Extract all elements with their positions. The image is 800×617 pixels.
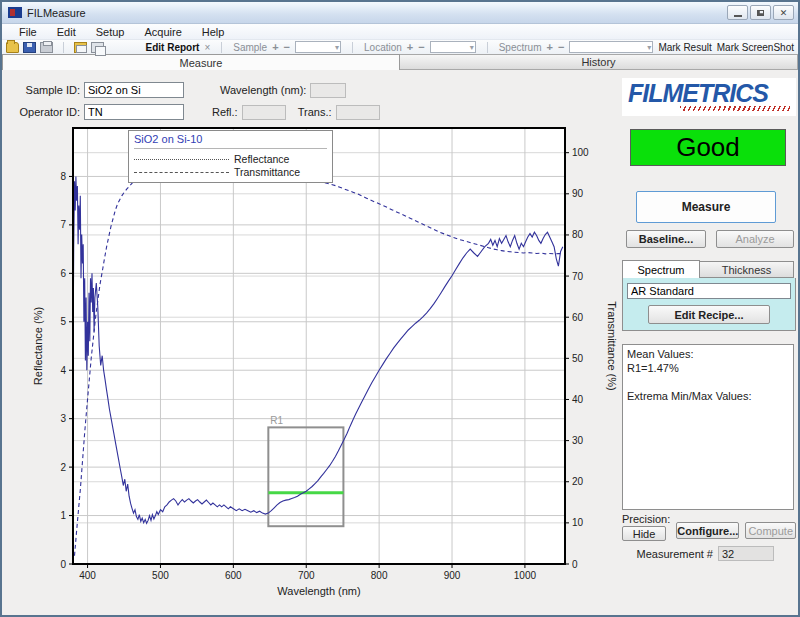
spectrum-add-button[interactable]: + [547, 41, 553, 53]
svg-text:1: 1 [60, 510, 66, 521]
menu-setup[interactable]: Setup [87, 25, 134, 39]
tab-history[interactable]: History [400, 54, 798, 70]
toolbar-separator [487, 42, 488, 53]
svg-text:70: 70 [572, 271, 584, 282]
edit-report-close-icon[interactable]: × [204, 42, 210, 53]
minimize-icon [734, 15, 742, 17]
menu-bar: File Edit Setup Acquire Help [2, 24, 798, 40]
svg-text:60: 60 [572, 312, 584, 323]
minimize-button[interactable] [727, 5, 748, 20]
svg-text:900: 900 [444, 570, 461, 581]
svg-text:1000: 1000 [514, 570, 537, 581]
svg-text:7: 7 [60, 219, 66, 230]
svg-text:90: 90 [572, 188, 584, 199]
menu-acquire[interactable]: Acquire [135, 25, 190, 39]
svg-text:20: 20 [572, 476, 584, 487]
sample-id-label: Sample ID: [16, 84, 80, 96]
recipe-panel: Edit Recipe... [622, 278, 796, 331]
restore-button[interactable] [750, 5, 771, 20]
svg-text:500: 500 [152, 570, 169, 581]
hide-button[interactable]: Hide [622, 526, 666, 541]
spectrum-remove-button[interactable]: − [558, 41, 564, 53]
save-icon[interactable] [23, 42, 36, 53]
menu-edit[interactable]: Edit [48, 25, 85, 39]
close-button[interactable]: ✕ [773, 5, 794, 20]
copy-screenshot-icon[interactable] [91, 42, 104, 53]
chart-canvas[interactable]: R140050060070080090010000123456780102030… [30, 118, 622, 614]
spectrum-chart: R140050060070080090010000123456780102030… [30, 118, 622, 614]
svg-text:6: 6 [60, 268, 66, 279]
wavelength-readout [310, 83, 346, 98]
svg-text:50: 50 [572, 353, 584, 364]
reflectance-line-sample [134, 159, 229, 160]
toolbar-separator [63, 42, 64, 53]
precision-label: Precision: [622, 513, 670, 525]
measurement-number-label: Measurement # [637, 548, 713, 560]
sample-remove-button[interactable]: − [284, 41, 290, 53]
mark-screenshot-button[interactable]: Mark ScreenShot [717, 42, 794, 53]
menu-file[interactable]: File [10, 25, 46, 39]
location-dropdown[interactable]: ▾ [430, 41, 476, 53]
restore-icon [757, 10, 764, 16]
results-box: Mean Values: R1=1.47% Extrema Min/Max Va… [622, 344, 794, 510]
svg-text:80: 80 [572, 229, 584, 240]
window-title: FILMeasure [27, 7, 86, 19]
svg-text:100: 100 [572, 147, 589, 158]
mean-values-label: Mean Values: [627, 347, 789, 361]
svg-text:5: 5 [60, 316, 66, 327]
svg-text:2: 2 [60, 462, 66, 473]
status-badge: Good [630, 129, 786, 166]
tab-thickness[interactable]: Thickness [700, 261, 794, 278]
svg-text:600: 600 [225, 570, 242, 581]
analyze-button[interactable]: Analyze [716, 230, 794, 248]
operator-id-label: Operator ID: [16, 106, 80, 118]
compute-button[interactable]: Compute [745, 522, 796, 539]
edit-report-button[interactable]: Edit Report [146, 42, 200, 53]
toolbar-separator [352, 42, 353, 53]
app-window: FILMeasure ✕ File Edit Setup Acquire Hel… [0, 0, 800, 617]
svg-text:10: 10 [572, 517, 584, 528]
menu-help[interactable]: Help [193, 25, 234, 39]
measure-button[interactable]: Measure [636, 191, 776, 223]
sample-dropdown[interactable]: ▾ [295, 41, 341, 53]
toolbar: Edit Report × Sample + − ▾ Location + − … [2, 40, 798, 54]
wavelength-label: Wavelength (nm): [220, 84, 306, 96]
sample-id-input[interactable] [84, 82, 184, 98]
refl-label: Refl.: [212, 106, 238, 118]
main-tab-bar: Measure History [2, 54, 798, 70]
legend-title: SiO2 on Si-10 [134, 133, 327, 145]
legend-divider [134, 148, 327, 149]
measurement-number-value: 32 [718, 546, 774, 561]
trans-label: Trans.: [298, 106, 332, 118]
svg-text:Transmittance (%): Transmittance (%) [606, 301, 618, 390]
logo-card: FILMETRICS [622, 78, 796, 116]
location-remove-button[interactable]: − [418, 41, 424, 53]
svg-text:30: 30 [572, 435, 584, 446]
location-add-button[interactable]: + [407, 41, 413, 53]
baseline-button[interactable]: Baseline... [626, 230, 706, 248]
recipe-name-input[interactable] [627, 283, 791, 299]
svg-text:4: 4 [60, 365, 66, 376]
tab-spectrum[interactable]: Spectrum [622, 260, 700, 278]
svg-text:3: 3 [60, 413, 66, 424]
send-report-icon[interactable] [74, 42, 87, 53]
svg-text:8: 8 [60, 171, 66, 182]
svg-text:Reflectance (%): Reflectance (%) [32, 307, 44, 385]
print-icon[interactable] [40, 42, 53, 53]
mean-value-r1: R1=1.47% [627, 361, 789, 375]
legend-reflectance-label: Reflectance [234, 153, 289, 166]
sample-add-button[interactable]: + [272, 41, 278, 53]
edit-recipe-button[interactable]: Edit Recipe... [648, 305, 770, 324]
toolbar-separator [221, 42, 222, 53]
spectrum-dropdown[interactable]: ▾ [569, 41, 653, 53]
configure-button[interactable]: Configure... [676, 522, 739, 539]
svg-text:R1: R1 [270, 415, 283, 426]
svg-text:Wavelength (nm): Wavelength (nm) [277, 585, 360, 597]
open-file-icon[interactable] [6, 42, 19, 53]
right-panel: FILMETRICS Good Measure Baseline... Anal… [622, 78, 796, 561]
extrema-label: Extrema Min/Max Values: [627, 389, 789, 403]
svg-text:0: 0 [572, 559, 578, 570]
tab-measure[interactable]: Measure [2, 54, 400, 70]
mark-result-button[interactable]: Mark Result [658, 42, 711, 53]
filmetrics-logo: FILMETRICS [628, 80, 790, 106]
